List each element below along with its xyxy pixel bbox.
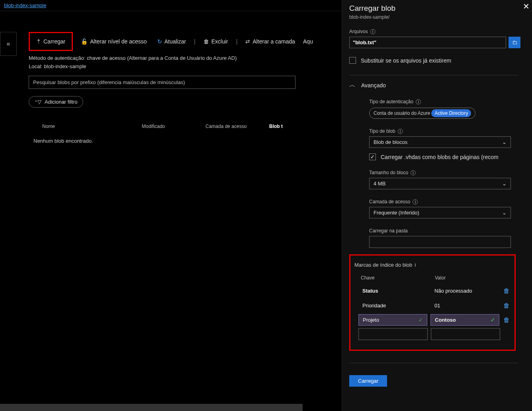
vhd-label: Carregar .vhdas como blobs de páginas (r… [381, 154, 499, 160]
access-tier-label: Camada de acesso i [369, 199, 532, 205]
refresh-icon: ↻ [157, 38, 162, 45]
location-value: blob-index-sample [44, 63, 86, 69]
files-label: Arquivos i [349, 29, 532, 34]
no-blobs-message: Nenhum blob encontrado. [29, 138, 341, 144]
tag-header-row: Chave Valor [354, 275, 510, 281]
auth-type-label: Tipo de autenticação i [369, 99, 532, 104]
delete-button[interactable]: 🗑 Excluir [201, 37, 231, 46]
col-tier[interactable]: Camada de acesso [205, 124, 269, 129]
tag-row-editing: Projeto ✓ Contoso ✓ 🗑 [354, 314, 510, 326]
upload-blob-panel: ✕ Carregar blob blob-index-sample/ Arqui… [342, 0, 532, 411]
tier-label: Alterar a camada [252, 38, 295, 45]
block-size-label: Tamanho do bloco i [369, 170, 532, 175]
trash-icon: 🗑 [203, 38, 209, 45]
separator: | [194, 38, 196, 45]
check-icon: ✓ [491, 317, 495, 323]
access-label: Alterar nível de acesso [90, 38, 147, 45]
tag-key[interactable]: Status [358, 285, 427, 297]
filter-icon: ⁺▽ [35, 99, 41, 105]
upload-submit-button[interactable]: Carregar [349, 375, 387, 387]
chevron-up-icon: ︿ [349, 81, 356, 89]
tag-value-input[interactable]: Contoso ✓ [430, 314, 499, 326]
auth-prefix: Método de autenticação: chave de acesso [29, 55, 127, 61]
tag-value-input-empty[interactable] [431, 328, 500, 340]
trash-icon: 🗑 [503, 287, 510, 294]
upload-label: Carregar [43, 38, 65, 45]
upload-folder-input[interactable] [369, 236, 511, 248]
chevron-down-icon: ⌄ [502, 139, 507, 145]
advanced-toggle[interactable]: ︿ Avançado [349, 75, 518, 89]
tag-key-input-empty[interactable] [358, 328, 428, 340]
index-tags-title: Marcas de índice do blob i [354, 262, 510, 268]
trash-icon: 🗑 [503, 317, 510, 323]
overwrite-checkbox[interactable] [349, 57, 356, 64]
upload-button-highlight: ⇡ Carregar [29, 32, 73, 51]
tag-key-input[interactable]: Projeto ✓ [358, 314, 427, 326]
location-line: Local: blob-index-sample [29, 63, 341, 69]
check-icon: ✓ [419, 317, 423, 323]
index-tags-highlight: Marcas de índice do blob i Chave Valor S… [349, 254, 516, 351]
auth-type-aad[interactable]: Conta de usuário do Azure Active Directo… [370, 108, 475, 118]
auth-type-selected: Active Directory [431, 109, 471, 117]
folder-icon: 🗀 [512, 39, 517, 45]
browse-button[interactable]: 🗀 [509, 37, 520, 48]
info-icon[interactable]: i [411, 170, 416, 175]
search-blobs-input[interactable]: Pesquisar blobs por prefixo (diferencia … [29, 76, 295, 89]
collapse-sidebar[interactable]: « [0, 32, 17, 56]
vhd-checkbox-row[interactable]: Carregar .vhdas como blobs de páginas (r… [369, 153, 532, 160]
panel-title: Carregar blob [349, 4, 532, 13]
refresh-button[interactable]: ↻ Atualizar [155, 37, 188, 46]
vhd-checkbox[interactable] [369, 153, 376, 160]
blob-type-select[interactable]: Blob de blocos ⌄ [369, 136, 511, 148]
col-blob-type[interactable]: Blob t [269, 124, 283, 129]
change-access-button[interactable]: 🔓 Alterar nível de acesso [78, 37, 149, 46]
auth-method: Método de autenticação: chave de acesso … [29, 55, 341, 61]
delete-tag-button[interactable]: 🗑 [503, 302, 510, 309]
divider [349, 363, 518, 363]
tag-value[interactable]: 01 [430, 299, 499, 312]
access-tier-select[interactable]: Frequente (Inferido) ⌄ [369, 207, 511, 218]
value-header: Valor [435, 275, 446, 281]
tag-value[interactable]: Não processado [430, 285, 499, 297]
tag-key[interactable]: Prioridade [358, 299, 427, 312]
blob-table-header: Nome Modificado Camada de acesso Blob t [29, 124, 341, 129]
separator: | [236, 38, 238, 45]
col-modified[interactable]: Modificado [142, 124, 205, 129]
block-size-value: 4 MB [374, 181, 385, 187]
tag-row: Status Não processado 🗑 [354, 285, 510, 297]
info-icon[interactable]: i [415, 262, 416, 268]
block-size-select[interactable]: 4 MB ⌄ [369, 178, 511, 189]
add-filter-button[interactable]: ⁺▽ Adicionar filtro [29, 96, 83, 108]
main-content: ⇡ Carregar 🔓 Alterar nível de acesso ↻ A… [17, 32, 341, 144]
truncated-label: Aqu [303, 38, 313, 45]
delete-tag-button[interactable]: 🗑 [503, 287, 510, 295]
upload-button[interactable]: ⇡ Carregar [34, 37, 68, 46]
key-header: Chave [361, 275, 435, 281]
chevron-down-icon: ⌄ [502, 210, 507, 216]
toolbar: ⇡ Carregar 🔓 Alterar nível de acesso ↻ A… [29, 32, 341, 51]
auth-switch-link[interactable]: (Alternar para a Conta de Usuário do Azu… [127, 55, 237, 61]
auth-type-toggle[interactable]: Conta de usuário do Azure Active Directo… [369, 108, 475, 119]
upload-icon: ⇡ [36, 38, 41, 45]
delete-label: Excluir [211, 38, 228, 45]
tag-row-empty [354, 328, 510, 340]
overwrite-checkbox-row[interactable]: Substituir se os arquivos já existirem [349, 57, 532, 64]
refresh-label: Atualizar [164, 38, 186, 45]
info-icon[interactable]: i [413, 199, 418, 205]
overwrite-label: Substituir se os arquivos já existirem [361, 57, 451, 64]
chevron-down-icon: ⌄ [502, 181, 507, 187]
access-tier-value: Frequente (Inferido) [374, 210, 419, 216]
file-input[interactable]: "blob.txt" [349, 37, 506, 48]
advanced-label: Avançado [361, 82, 386, 88]
blob-type-value: Blob de blocos [374, 139, 407, 145]
col-name[interactable]: Nome [30, 124, 142, 129]
info-icon[interactable]: i [416, 99, 421, 104]
add-filter-label: Adicionar filtro [45, 99, 77, 105]
close-icon[interactable]: ✕ [523, 2, 530, 11]
info-icon[interactable]: i [398, 129, 403, 134]
delete-tag-button[interactable]: 🗑 [503, 317, 510, 324]
change-tier-button[interactable]: ⇄ Alterar a camada [243, 37, 297, 46]
info-icon[interactable]: i [370, 29, 376, 34]
location-label: Local: [29, 63, 43, 69]
trash-icon: 🗑 [503, 302, 510, 309]
